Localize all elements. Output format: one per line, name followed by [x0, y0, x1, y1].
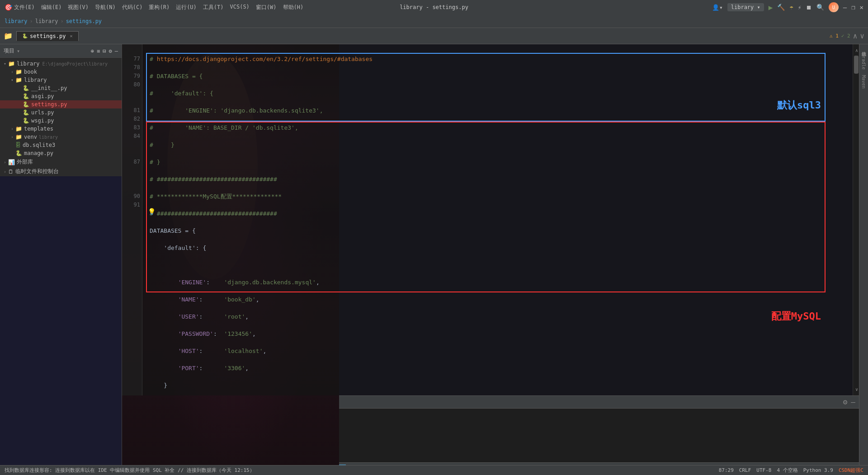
- search-icon[interactable]: 🔍: [816, 4, 824, 11]
- right-panel-item-1[interactable]: 统计信息: [860, 46, 868, 50]
- maximize-button[interactable]: ❐: [851, 4, 855, 11]
- breadcrumb-file[interactable]: settings.py: [66, 18, 102, 24]
- window-title: library - settings.py: [400, 4, 468, 10]
- status-message: 找到数据库连接形容: 连接到数据库以在 IDE 中编辑数据并使用 SQL 补全 …: [5, 467, 715, 474]
- breadcrumb-sep1: ›: [30, 18, 33, 24]
- sidebar-toggle-icon[interactable]: 📁: [4, 32, 13, 40]
- tree-label: venv: [24, 134, 37, 140]
- file-tab-settings[interactable]: 🐍 settings.py ✕: [16, 31, 79, 41]
- code-line-empty1: [150, 261, 845, 269]
- right-panel-item-2[interactable]: Gradle: [860, 52, 867, 71]
- scratch-icon: 🗒: [8, 169, 14, 175]
- folder-icon: 📁: [15, 134, 22, 140]
- stop-icon[interactable]: ⏹: [806, 4, 812, 11]
- menu-refactor[interactable]: 重构(R): [149, 4, 170, 11]
- collapse-icon[interactable]: ∨: [860, 32, 864, 40]
- menu-run[interactable]: 运行(U): [176, 4, 197, 11]
- code-editor[interactable]: 默认sql3 配置MySQL 💡 # https://docs.djangopr…: [142, 44, 853, 395]
- sidebar-header: 项目 ▾ ⊕ ≡ ⊟ ⚙ —: [0, 44, 122, 58]
- sidebar-title: 项目: [4, 47, 14, 55]
- tree-item-db[interactable]: 🗄 db.sqlite3: [0, 141, 122, 149]
- py-file-icon: 🐍: [22, 33, 28, 38]
- menu-file[interactable]: 文件(E): [14, 4, 35, 11]
- breadcrumb-library[interactable]: library: [35, 18, 58, 24]
- tree-item-settings[interactable]: 🐍 settings.py: [0, 100, 122, 108]
- tab-label: settings.py: [30, 33, 66, 39]
- code-line-password: 'PASSWORD': '123456',: [150, 329, 845, 338]
- menu-tools[interactable]: 工具(T): [203, 4, 224, 11]
- indent-setting[interactable]: 4 个空格: [777, 467, 797, 474]
- tree-item-urls[interactable]: 🐍 urls.py: [0, 108, 122, 117]
- terminal-close-icon[interactable]: —: [851, 398, 855, 406]
- line-numbers: 77 78 79 80 81 82 83 84 87 90 91: [122, 44, 142, 395]
- db-icon: 🗄: [15, 142, 21, 148]
- menu-code[interactable]: 代码(C): [122, 4, 143, 11]
- window-controls[interactable]: — ❐ ✕: [843, 4, 863, 11]
- ok-badge[interactable]: ✓ 2: [841, 33, 850, 39]
- py-icon: 🐍: [23, 109, 29, 116]
- menu-help[interactable]: 帮助(H): [283, 4, 304, 11]
- library-dropdown[interactable]: library ▾: [727, 3, 764, 11]
- expand-icon[interactable]: ∧: [853, 32, 858, 40]
- csdn-badge: CSDN超强C: [839, 467, 863, 474]
- tree-label: asgi.py: [31, 93, 54, 99]
- py-icon: 🐍: [23, 93, 29, 99]
- sidebar-hide-icon[interactable]: —: [115, 48, 118, 54]
- lightbulb-icon[interactable]: 💡: [148, 208, 156, 215]
- tree-item-wsgi[interactable]: 🐍 wsgi.py: [0, 117, 122, 125]
- encoding[interactable]: UTF-8: [756, 467, 771, 473]
- tree-item-manage[interactable]: 🐍 manage.py: [0, 149, 122, 157]
- tree-label: book: [24, 69, 37, 75]
- code-line-close-inner: }: [150, 381, 845, 390]
- status-right: 87:29 CRLF UTF-8 4 个空格 Python 3.9 CSDN超强…: [719, 467, 863, 474]
- tree-item-scratch[interactable]: › 🗒 临时文件和控制台: [0, 167, 122, 176]
- tree-item-book[interactable]: › 📁 book: [0, 68, 122, 76]
- tree-item-venv[interactable]: › 📁 venv library: [0, 133, 122, 141]
- warnings-badge[interactable]: ⚠ 1: [830, 33, 839, 39]
- code-line-engine: 'ENGINE': 'django.db.backends.mysql',: [150, 278, 845, 287]
- breadcrumb-project[interactable]: library: [5, 18, 28, 24]
- app-icon: 🎯: [5, 4, 12, 11]
- tree-item-init[interactable]: 🐍 __init__.py: [0, 84, 122, 92]
- user-icon[interactable]: 👤▾: [712, 4, 723, 11]
- coverage-icon[interactable]: ☂: [789, 4, 793, 11]
- menu-vcs[interactable]: VCS(S): [230, 4, 250, 11]
- scrollbar-vertical[interactable]: ∧ ∨: [853, 44, 859, 395]
- right-panel-item-3[interactable]: Maven: [860, 73, 867, 90]
- sidebar-settings-icon[interactable]: ⚙: [109, 48, 112, 54]
- sidebar-add-icon[interactable]: ⊕: [91, 48, 94, 54]
- tree-item-asgi[interactable]: 🐍 asgi.py: [0, 92, 122, 100]
- menu-window[interactable]: 窗口(W): [256, 4, 277, 11]
- menu-view[interactable]: 视图(V): [68, 4, 89, 11]
- tree-label: db.sqlite3: [23, 142, 55, 148]
- menu-navigate[interactable]: 导航(N): [95, 4, 116, 11]
- profile-icon[interactable]: ⚡: [798, 4, 802, 11]
- tree-item-external-lib[interactable]: › 📊 外部库: [0, 157, 122, 167]
- sidebar-collapse-icon[interactable]: ⊟: [103, 48, 106, 54]
- run-button[interactable]: ▶: [769, 3, 773, 12]
- menu-edit[interactable]: 编辑(E): [41, 4, 62, 11]
- build-icon[interactable]: 🔨: [777, 4, 785, 11]
- tree-label: library: [17, 61, 40, 67]
- tree-item-library-sub[interactable]: ▾ 📁 library: [0, 76, 122, 84]
- code-line-port: 'PORT': '3306',: [150, 364, 845, 372]
- tree-item-templates[interactable]: › 📁 templates: [0, 125, 122, 133]
- code-line-mysql-title: # *************MySQL配置**************: [150, 192, 845, 201]
- code-line-default: 'default': {: [150, 244, 845, 252]
- tree-item-library-root[interactable]: ▾ 📁 library E:\djangoProject\library: [0, 60, 122, 68]
- menu-bar[interactable]: 文件(E) 编辑(E) 视图(V) 导航(N) 代码(C) 重构(R) 运行(U…: [14, 4, 303, 11]
- lib-icon: 📊: [8, 159, 15, 165]
- code-line-77: # DATABASES = {: [150, 72, 845, 80]
- terminal-settings-icon[interactable]: ⚙: [843, 398, 848, 406]
- user-avatar[interactable]: U: [829, 2, 839, 12]
- line-separator[interactable]: CRLF: [739, 467, 751, 473]
- code-line-78: # 'default': {: [150, 89, 845, 98]
- minimize-button[interactable]: —: [843, 4, 847, 11]
- close-button[interactable]: ✕: [860, 4, 863, 11]
- code-line-db-open: DATABASES = {: [150, 226, 845, 235]
- python-version[interactable]: Python 3.9: [803, 467, 833, 473]
- sidebar-list-icon[interactable]: ≡: [97, 48, 100, 54]
- tab-close-icon[interactable]: ✕: [70, 33, 72, 38]
- sidebar-dropdown-arrow[interactable]: ▾: [17, 48, 20, 54]
- py-icon: 🐍: [23, 118, 29, 124]
